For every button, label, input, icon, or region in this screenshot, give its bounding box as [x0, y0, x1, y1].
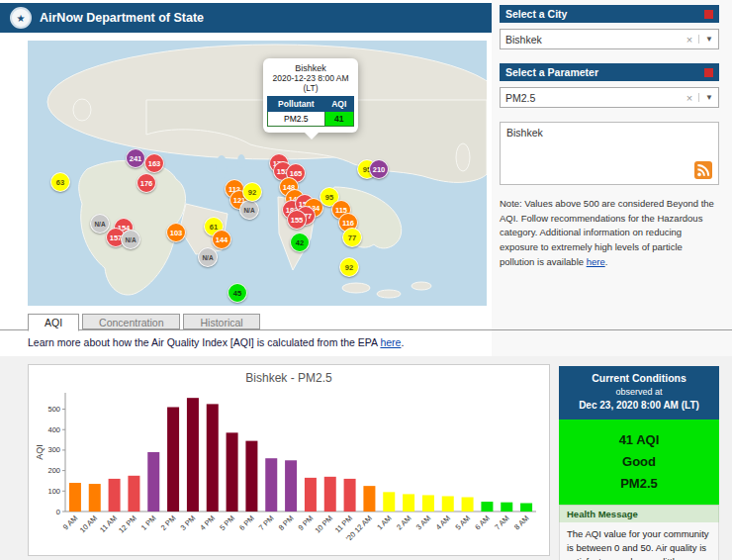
health-message-header: Health Message — [559, 505, 719, 522]
x-tick-label: 12 PM — [117, 513, 138, 535]
chart-bar[interactable] — [422, 495, 434, 512]
aqi-marker[interactable]: 77 — [342, 228, 362, 247]
app-header: ★ AirNow Department of State — [0, 3, 492, 33]
aqi-marker[interactable]: N/A — [239, 200, 259, 220]
aqi-marker[interactable]: 45 — [228, 283, 247, 303]
y-tick-label: 400 — [47, 425, 60, 434]
aqi-marker[interactable]: 92 — [339, 257, 359, 277]
chart-bar[interactable] — [109, 479, 121, 512]
chart-bar[interactable] — [89, 484, 101, 512]
conditions-header: Current Conditions observed at Dec 23, 2… — [559, 366, 719, 420]
aqi-note: Note: Values above 500 are considered Be… — [500, 197, 719, 270]
city-select-value: Bishkek — [505, 34, 686, 46]
aqi-marker[interactable]: N/A — [121, 230, 140, 249]
tab-historical[interactable]: Historical — [183, 314, 259, 329]
chart-bar[interactable] — [462, 498, 474, 512]
header-accent-icon — [704, 10, 713, 19]
feed-box: Bishkek — [500, 122, 719, 185]
chart-bar[interactable] — [147, 452, 159, 512]
popup-pollutant: PM2.5 — [268, 112, 325, 127]
aqi-marker[interactable]: 144 — [212, 230, 231, 249]
aqi-marker[interactable]: 92 — [242, 182, 262, 202]
chart-bar[interactable] — [403, 494, 414, 512]
dos-seal-icon: ★ — [10, 7, 32, 29]
parameter-select-value: PM2.5 — [505, 92, 686, 104]
chart-bar[interactable] — [187, 398, 199, 512]
chart-bar[interactable] — [344, 479, 356, 512]
clear-parameter-icon[interactable]: × — [686, 92, 692, 104]
chevron-down-icon[interactable]: ▼ — [698, 35, 713, 44]
clear-city-icon[interactable]: × — [686, 34, 692, 46]
chart-bar[interactable] — [207, 404, 219, 512]
tab-aqi[interactable]: AQI — [28, 314, 79, 331]
x-tick-label: 8 AM — [512, 513, 530, 531]
chart-title: Bishkek - PM2.5 — [29, 365, 549, 385]
health-message-text: The AQI value for your community is betw… — [559, 522, 719, 560]
chart-bar[interactable] — [383, 492, 395, 512]
chart-bar[interactable] — [265, 458, 277, 512]
aqi-marker[interactable]: 155 — [287, 210, 307, 230]
conditions-observed-label: observed at — [563, 386, 715, 399]
chart-bar[interactable] — [442, 496, 454, 512]
chart-bar[interactable] — [324, 477, 336, 512]
popup-col-aqi: AQI — [324, 97, 353, 112]
aqi-marker[interactable]: 176 — [137, 173, 156, 193]
popup-aqi-value: 41 — [324, 112, 353, 127]
x-tick-label: 5 PM — [218, 513, 236, 532]
learn-more-after: . — [401, 336, 404, 348]
x-tick-label: 9 AM — [61, 513, 79, 531]
aqi-chart-panel: Bishkek - PM2.5 0100200300400500AQI9 AM1… — [28, 364, 550, 556]
aqi-marker[interactable]: N/A — [198, 247, 218, 267]
aqi-marker[interactable]: 42 — [290, 233, 310, 252]
y-tick-label: 500 — [47, 405, 60, 414]
page-title: AirNow Department of State — [40, 11, 204, 25]
aqi-marker[interactable]: 103 — [166, 223, 186, 242]
x-tick-label: 4 PM — [198, 513, 217, 532]
aqi-marker[interactable]: 210 — [369, 159, 389, 179]
aqi-marker[interactable]: 241 — [126, 148, 145, 168]
chart-bar[interactable] — [363, 486, 375, 512]
y-tick-label: 200 — [47, 466, 60, 475]
y-tick-label: 300 — [47, 445, 60, 454]
aqi-marker[interactable]: 163 — [144, 153, 164, 173]
chart-bar[interactable] — [128, 476, 139, 512]
select-parameter-label: Select a Parameter — [505, 66, 598, 78]
map-popup: Bishkek 2020-12-23 8:00 AM (LT) Pollutan… — [263, 58, 358, 133]
rss-icon[interactable] — [694, 161, 712, 179]
popup-city: Bishkek — [267, 63, 354, 73]
x-tick-label: 7 PM — [257, 513, 276, 532]
chart-bar[interactable] — [245, 441, 257, 512]
tab-concentration[interactable]: Concentration — [82, 314, 180, 329]
x-tick-label: 7 AM — [493, 513, 510, 531]
chart-bar[interactable] — [69, 483, 81, 512]
popup-timezone: (LT) — [267, 83, 354, 93]
map-landmasses — [28, 41, 487, 306]
x-tick-label: 5 AM — [454, 513, 472, 531]
popup-tail — [305, 133, 319, 140]
conditions-aqi-box: 41 AQI Good PM2.5 — [559, 420, 719, 505]
y-tick-label: 100 — [47, 487, 60, 496]
chart-bar[interactable] — [501, 503, 512, 512]
chart-bar[interactable] — [285, 460, 297, 512]
chevron-down-icon[interactable]: ▼ — [698, 93, 713, 102]
learn-more-before: Learn more about how the Air Quality Ind… — [28, 336, 380, 348]
chart-bar[interactable] — [520, 504, 532, 512]
parameter-select[interactable]: PM2.5 × ▼ — [500, 87, 719, 108]
header-accent-icon — [704, 68, 713, 77]
y-tick-label: 0 — [56, 508, 60, 516]
note-link[interactable]: here — [587, 256, 605, 267]
chart-bar[interactable] — [305, 478, 317, 512]
popup-datetime: 2020-12-23 8:00 AM — [267, 73, 354, 83]
city-select[interactable]: Bishkek × ▼ — [500, 29, 719, 49]
aqi-map[interactable]: 24116363176N/A154157N/A10361144N/A451121… — [28, 41, 487, 306]
x-tick-label: 8 PM — [277, 513, 296, 532]
epa-link[interactable]: here — [380, 336, 401, 348]
aqi-marker[interactable]: 63 — [50, 172, 70, 192]
current-conditions-panel: Current Conditions observed at Dec 23, 2… — [559, 366, 719, 560]
chart-bar[interactable] — [227, 432, 238, 512]
conditions-category: Good — [563, 451, 715, 473]
popup-table: Pollutant AQI PM2.5 41 — [267, 96, 354, 127]
select-city-header: Select a City — [500, 5, 719, 23]
chart-bar[interactable] — [167, 407, 179, 512]
chart-bar[interactable] — [481, 502, 493, 512]
